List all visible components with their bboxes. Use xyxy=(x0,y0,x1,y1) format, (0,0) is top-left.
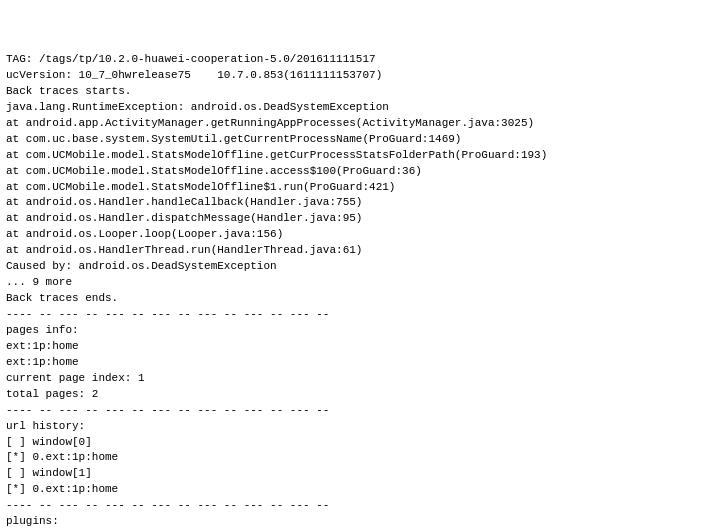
log-line: at android.os.Handler.handleCallback(Han… xyxy=(6,195,716,211)
log-line: [ ] window[1] xyxy=(6,466,716,482)
log-line: current page index: 1 xyxy=(6,371,716,387)
log-line: java.lang.RuntimeException: android.os.D… xyxy=(6,100,716,116)
log-line: ... 9 more xyxy=(6,275,716,291)
log-line: ---- -- --- -- --- -- --- -- --- -- --- … xyxy=(6,307,716,323)
log-line: TAG: /tags/tp/10.2.0-huawei-cooperation-… xyxy=(6,52,716,68)
log-line: at com.uc.base.system.SystemUtil.getCurr… xyxy=(6,132,716,148)
log-line: at com.UCMobile.model.StatsModelOffline.… xyxy=(6,148,716,164)
log-line: [*] 0.ext:1p:home xyxy=(6,482,716,498)
log-line: url history: xyxy=(6,419,716,435)
log-line: at android.os.Looper.loop(Looper.java:15… xyxy=(6,227,716,243)
log-line: ext:1p:home xyxy=(6,355,716,371)
log-line: plugins: xyxy=(6,514,716,528)
log-line: Caused by: android.os.DeadSystemExceptio… xyxy=(6,259,716,275)
log-line: at android.os.HandlerThread.run(HandlerT… xyxy=(6,243,716,259)
log-line: at android.app.ActivityManager.getRunnin… xyxy=(6,116,716,132)
log-line: [*] 0.ext:1p:home xyxy=(6,450,716,466)
log-line: pages info: xyxy=(6,323,716,339)
log-line: at com.UCMobile.model.StatsModelOffline$… xyxy=(6,180,716,196)
log-line: ---- -- --- -- --- -- --- -- --- -- --- … xyxy=(6,403,716,419)
log-line: ext:1p:home xyxy=(6,339,716,355)
log-line: total pages: 2 xyxy=(6,387,716,403)
log-line: ---- -- --- -- --- -- --- -- --- -- --- … xyxy=(6,498,716,514)
log-line: at com.UCMobile.model.StatsModelOffline.… xyxy=(6,164,716,180)
log-line: ucVersion: 10_7_0hwrelease75 10.7.0.853(… xyxy=(6,68,716,84)
log-output: TAG: /tags/tp/10.2.0-huawei-cooperation-… xyxy=(6,52,716,528)
log-line: Back traces starts. xyxy=(6,84,716,100)
log-line: at android.os.Handler.dispatchMessage(Ha… xyxy=(6,211,716,227)
log-line: [ ] window[0] xyxy=(6,435,716,451)
log-line: Back traces ends. xyxy=(6,291,716,307)
